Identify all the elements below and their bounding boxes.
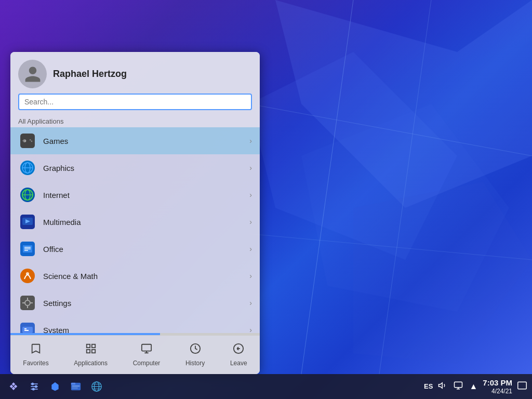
display-icon[interactable]	[453, 380, 464, 393]
all-apps-label: All Applications	[10, 115, 260, 127]
svg-point-13	[31, 141, 33, 142]
arrow-icon-graphics: ›	[249, 164, 252, 172]
svg-rect-74	[518, 382, 527, 389]
user-name: Raphael Hertzog	[53, 69, 127, 79]
bookmark-icon	[30, 343, 42, 357]
taskbar-app3[interactable]	[46, 377, 64, 396]
svg-point-61	[33, 388, 34, 390]
menu-header: Raphael Hertzog	[10, 52, 260, 94]
tray-arrow-icon[interactable]: ▲	[468, 381, 478, 392]
settings-icon	[18, 294, 37, 312]
taskbar: ❖	[0, 374, 532, 399]
search-container	[10, 94, 260, 115]
menu-item-label-office: Office	[43, 245, 249, 254]
menu-item-graphics[interactable]: Graphics ›	[10, 154, 260, 181]
nav-leave-label: Leave	[230, 360, 247, 367]
arrow-left-icon	[233, 343, 244, 357]
clock: 7:03 PM 4/24/21	[483, 378, 512, 395]
clock-date: 4/24/21	[483, 388, 512, 395]
svg-point-57	[32, 383, 33, 384]
nav-computer-label: Computer	[133, 360, 161, 367]
search-input[interactable]	[18, 94, 252, 110]
svg-point-59	[35, 385, 37, 387]
desktop: Raphael Hertzog All Applications Games ›…	[0, 0, 532, 399]
nav-applications-label: Applications	[74, 360, 108, 367]
nav-computer[interactable]: Computer	[125, 340, 168, 369]
menu-item-label-scimath: Science & Math	[43, 272, 249, 281]
menu-list[interactable]: Games › Graphics › Internet › Multimedia…	[10, 127, 260, 333]
internet-icon	[18, 185, 37, 204]
svg-marker-72	[439, 383, 443, 389]
taskbar-mixer[interactable]	[25, 377, 44, 396]
games-icon	[18, 131, 37, 150]
menu-item-system[interactable]: System ›	[10, 316, 260, 333]
menu-item-internet[interactable]: Internet ›	[10, 181, 260, 208]
svg-rect-73	[455, 382, 462, 388]
svg-rect-64	[71, 383, 75, 385]
arrow-icon-internet: ›	[249, 191, 252, 199]
taskbar-files[interactable]	[66, 377, 85, 396]
scimath-icon	[18, 267, 37, 285]
menu-item-office[interactable]: Office ›	[10, 235, 260, 262]
taskbar-right: ES ▲ 7:03 PM 4/24/21	[424, 378, 528, 395]
volume-icon[interactable]	[437, 380, 448, 393]
app-menu: Raphael Hertzog All Applications Games ›…	[10, 52, 260, 374]
menu-item-label-multimedia: Multimedia	[43, 218, 249, 227]
clock-time: 7:03 PM	[483, 378, 512, 388]
user-avatar-icon	[23, 65, 42, 84]
svg-rect-53	[142, 344, 151, 351]
grid-icon	[85, 343, 97, 357]
nav-history[interactable]: History	[178, 340, 212, 369]
menu-item-games[interactable]: Games ›	[10, 127, 260, 154]
arrow-icon-settings: ›	[249, 299, 252, 307]
svg-point-30	[20, 269, 35, 283]
svg-rect-11	[22, 140, 25, 141]
nav-favorites-label: Favorites	[23, 360, 48, 367]
menu-item-label-settings: Settings	[43, 299, 249, 308]
svg-rect-52	[91, 350, 95, 353]
menu-item-label-graphics: Graphics	[43, 164, 249, 172]
nav-leave[interactable]: Leave	[222, 340, 255, 369]
menu-item-settings[interactable]: Settings ›	[10, 289, 260, 316]
svg-point-12	[30, 139, 31, 141]
menu-item-multimedia[interactable]: Multimedia ›	[10, 208, 260, 235]
svg-rect-51	[86, 350, 89, 353]
lang-indicator: ES	[424, 382, 433, 390]
taskbar-network[interactable]	[87, 377, 106, 396]
nav-favorites[interactable]: Favorites	[15, 340, 56, 369]
graphics-icon	[18, 158, 37, 177]
svg-point-31	[26, 272, 29, 275]
svg-marker-62	[51, 382, 58, 391]
office-icon	[18, 240, 37, 258]
nav-history-label: History	[185, 360, 205, 367]
menu-item-label-system: System	[43, 326, 249, 334]
arrow-icon-scimath: ›	[249, 272, 252, 280]
nav-applications[interactable]: Applications	[66, 340, 115, 369]
system-icon	[18, 321, 37, 333]
screen-icon[interactable]	[516, 380, 528, 393]
svg-rect-65	[72, 385, 80, 387]
desktop-background-svg	[249, 0, 532, 374]
svg-rect-66	[72, 388, 78, 389]
menu-item-scimath[interactable]: Science & Math ›	[10, 262, 260, 289]
bottom-nav: Favorites Applications	[10, 335, 260, 374]
svg-rect-50	[91, 344, 95, 348]
svg-rect-8	[20, 134, 35, 148]
arrow-icon-multimedia: ›	[249, 218, 252, 226]
arrow-icon-office: ›	[249, 245, 252, 253]
svg-rect-49	[86, 344, 89, 348]
menu-item-label-games: Games	[43, 137, 249, 145]
multimedia-icon	[18, 212, 37, 231]
arrow-icon-system: ›	[249, 326, 252, 333]
clock-icon	[190, 343, 201, 357]
monitor-icon	[141, 343, 152, 357]
menu-item-label-internet: Internet	[43, 191, 249, 200]
avatar	[18, 60, 47, 88]
taskbar-kicker[interactable]: ❖	[4, 377, 23, 396]
arrow-icon-games: ›	[249, 137, 252, 145]
